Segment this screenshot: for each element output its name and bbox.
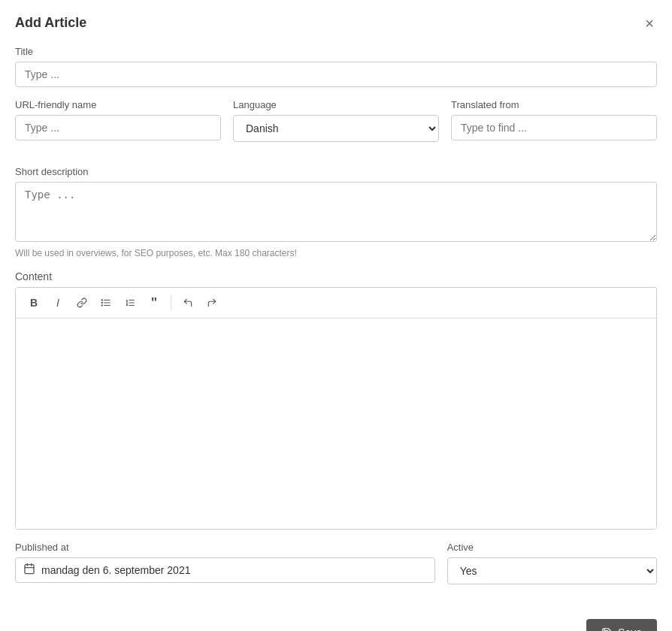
unordered-list-icon bbox=[101, 297, 111, 308]
url-friendly-name-input[interactable] bbox=[15, 115, 221, 140]
translated-from-label: Translated from bbox=[451, 99, 657, 110]
blockquote-button[interactable]: " bbox=[144, 292, 165, 313]
url-friendly-name-label: URL-friendly name bbox=[15, 99, 221, 110]
modal-footer: Save bbox=[15, 611, 657, 631]
modal-title: Add Article bbox=[15, 15, 86, 31]
modal-header: Add Article × bbox=[15, 15, 657, 31]
content-section: Content B I bbox=[15, 270, 657, 530]
ordered-list-icon bbox=[125, 297, 135, 308]
save-icon bbox=[601, 627, 612, 631]
redo-icon bbox=[207, 297, 217, 308]
published-at-value: mandag den 6. september 2021 bbox=[41, 564, 190, 576]
published-at-input[interactable]: mandag den 6. september 2021 bbox=[15, 557, 435, 583]
editor-toolbar: B I bbox=[16, 288, 656, 319]
undo-button[interactable] bbox=[177, 292, 198, 313]
title-label: Title bbox=[15, 46, 657, 57]
published-at-label: Published at bbox=[15, 542, 435, 553]
link-button[interactable] bbox=[71, 292, 92, 313]
active-label: Active bbox=[447, 542, 657, 553]
title-group: Title bbox=[15, 46, 657, 87]
italic-button[interactable]: I bbox=[47, 292, 68, 313]
editor-body[interactable] bbox=[16, 319, 656, 529]
redo-button[interactable] bbox=[201, 292, 222, 313]
published-at-group: Published at mandag den 6. september 202… bbox=[15, 542, 435, 584]
bold-button[interactable]: B bbox=[23, 292, 44, 313]
language-label: Language bbox=[233, 99, 439, 110]
short-description-textarea[interactable] bbox=[15, 182, 657, 242]
language-select[interactable]: Danish English German French bbox=[233, 115, 439, 142]
svg-point-4 bbox=[101, 302, 102, 303]
active-select[interactable]: Yes No bbox=[447, 557, 657, 584]
active-group: Active Yes No bbox=[447, 542, 657, 584]
language-group: Language Danish English German French bbox=[233, 99, 439, 142]
calendar-icon bbox=[23, 563, 35, 578]
save-label: Save bbox=[618, 626, 642, 631]
ordered-list-button[interactable] bbox=[120, 292, 141, 313]
short-description-group: Short description Will be used in overvi… bbox=[15, 166, 657, 258]
save-button[interactable]: Save bbox=[586, 619, 657, 631]
content-label: Content bbox=[15, 270, 657, 282]
svg-point-3 bbox=[101, 300, 102, 300]
svg-rect-9 bbox=[25, 565, 34, 574]
editor-container: B I bbox=[15, 287, 657, 530]
unordered-list-button[interactable] bbox=[95, 292, 117, 313]
toolbar-divider bbox=[171, 295, 171, 310]
add-article-modal: Add Article × Title URL-friendly name La… bbox=[0, 0, 672, 631]
short-description-helper: Will be used in overviews, for SEO purpo… bbox=[15, 248, 657, 258]
translated-from-input[interactable] bbox=[451, 115, 657, 140]
url-friendly-name-group: URL-friendly name bbox=[15, 99, 221, 142]
link-icon bbox=[77, 297, 87, 308]
short-description-label: Short description bbox=[15, 166, 657, 177]
title-input[interactable] bbox=[15, 62, 657, 87]
close-button[interactable]: × bbox=[642, 16, 657, 31]
translated-from-group: Translated from bbox=[451, 99, 657, 142]
bottom-row: Published at mandag den 6. september 202… bbox=[15, 542, 657, 596]
undo-icon bbox=[183, 297, 193, 308]
second-row: URL-friendly name Language Danish Englis… bbox=[15, 99, 657, 154]
svg-point-5 bbox=[101, 305, 102, 306]
